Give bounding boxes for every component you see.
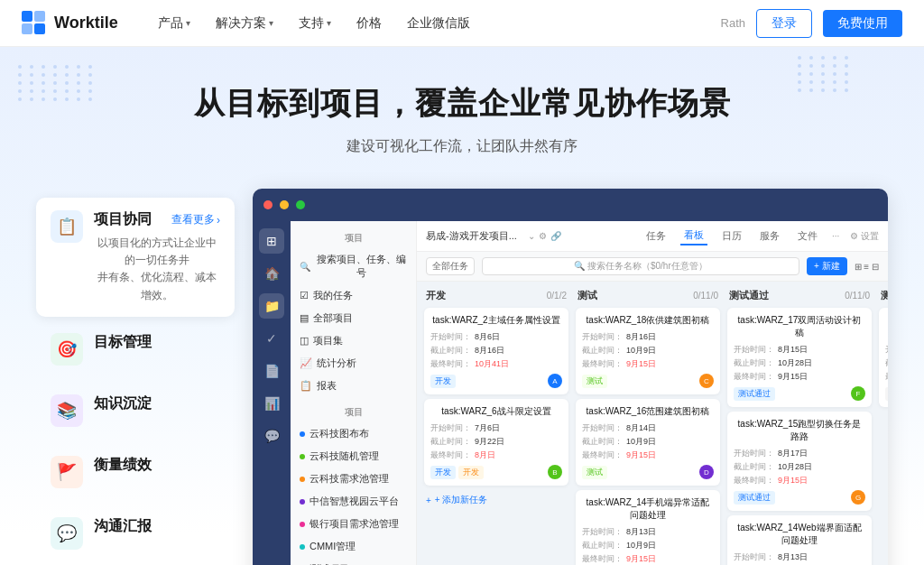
window-close-dot	[263, 200, 273, 209]
feature-report[interactable]: 💬 沟通汇报	[36, 505, 235, 562]
card-title: task:WARZ_13海量显示任务显路	[885, 314, 888, 339]
kanban-col-dev: 开发 0/1/2 task:WARZ_2主域任务属性设置 开始时间： 8月6日	[424, 289, 568, 565]
card-avatars: G	[851, 490, 865, 505]
breadcrumb: 易成-游戏开发项目...	[426, 229, 517, 243]
kanban-card[interactable]: task:WARZ_14手机端异常适配问题处理 开始时间： 8月13日 截止时间…	[576, 490, 720, 565]
report-icon: 📋	[300, 380, 312, 392]
app-main: 易成-游戏开发项目... ⌄ ⚙ 🔗 任务 看板 日历 服务 文件	[417, 221, 888, 565]
col-count-test: 0/11/0	[693, 291, 718, 301]
search-icon: 🔍	[300, 262, 310, 272]
knowledge-icon: 📚	[51, 394, 83, 427]
card-title: task:WARZ_14手机端异常适配问题处理	[582, 496, 714, 522]
sidebar-item-proj5[interactable]: 银行项目需求池管理	[291, 513, 416, 535]
sidebar-item-analysis[interactable]: 📈 统计分析	[291, 352, 416, 375]
nav-msg-icon[interactable]: 💬	[259, 423, 284, 449]
add-kanban-column-button[interactable]: + 新建	[807, 257, 847, 275]
kanban-filter-dropdown[interactable]: 全部任务	[426, 257, 475, 275]
kanban-card[interactable]: task:WARZ_6战斗限定设置 开始时间： 7月6日 截止时间： 9月22日	[424, 399, 568, 486]
report-icon: 💬	[51, 517, 83, 550]
col-title-test: 测试	[578, 289, 597, 302]
logo-text: Worktile	[54, 14, 118, 32]
col-count-dev: 0/1/2	[547, 291, 567, 301]
free-trial-button[interactable]: 免费使用	[823, 10, 902, 37]
nav-wechat[interactable]: 企业微信版	[396, 10, 481, 37]
sidebar-item-proj7[interactable]: 测试项目	[291, 558, 416, 565]
settings-icon[interactable]: ⚙ 设置	[850, 230, 879, 243]
kanban-view-toggle[interactable]: ⊞ ≡ ⊟	[855, 262, 879, 272]
nav-project-icon[interactable]: 📁	[259, 293, 284, 319]
window-maximize-dot	[296, 200, 305, 209]
kanban-search-input[interactable]: 🔍 搜索任务名称（$0/hr任意管）	[482, 257, 799, 275]
project-dot	[300, 477, 305, 482]
svg-rect-1	[34, 11, 45, 22]
card-title: task:WARZ_2主域任务属性设置	[430, 314, 562, 327]
feature-title-performance: 衡量绩效	[94, 456, 152, 475]
nav-home-icon[interactable]: 🏠	[259, 261, 284, 286]
tab-kanban[interactable]: 看板	[680, 227, 707, 245]
nav-support[interactable]: 支持 ▾	[288, 10, 342, 37]
svg-rect-3	[34, 23, 45, 34]
avatar: D	[699, 465, 714, 479]
tab-service[interactable]: 服务	[756, 227, 783, 245]
sidebar-item-projectset[interactable]: ◫ 项目集	[291, 329, 416, 352]
project-dot	[300, 499, 305, 505]
card-tag: 测试	[582, 375, 607, 388]
nav-price[interactable]: 价格	[346, 10, 393, 37]
card-title: task:WARZ_18依供建筑图初稿	[582, 314, 714, 327]
sidebar-item-proj4[interactable]: 中信智慧视园云平台	[291, 490, 416, 513]
sidebar-item-proj3[interactable]: 云科技需求池管理	[291, 468, 416, 490]
logo[interactable]: Worktile	[22, 11, 118, 36]
feature-title-report: 沟通汇报	[94, 517, 152, 536]
chevron-down-icon: ▾	[327, 18, 331, 28]
tab-file[interactable]: 文件	[794, 227, 821, 245]
card-avatars: C	[699, 374, 714, 388]
tab-task[interactable]: 任务	[642, 227, 670, 245]
nav-task-icon[interactable]: ✓	[259, 326, 284, 351]
nav-report-icon[interactable]: 📊	[259, 391, 284, 416]
decorative-dots-left: (function(){ var c = document.currentScr…	[18, 65, 96, 101]
card-title: task:WARZ_14Web端界面适配问题处理	[734, 522, 865, 547]
kanban-card[interactable]: task:WARZ_17双周活动设计初稿 开始时间： 8月15日 截止时间： 1…	[727, 308, 872, 407]
sidebar-item-mytask2[interactable]: ☑ 我的任务	[291, 284, 416, 307]
card-avatars: F	[851, 386, 865, 401]
card-avatars: D	[699, 465, 714, 479]
sidebar-item-mytask[interactable]: 🔍 搜索项目、任务、编号	[291, 248, 416, 284]
sidebar-item-proj2[interactable]: 云科技随机管理	[291, 445, 416, 468]
feature-performance[interactable]: 🚩 衡量绩效	[36, 443, 235, 501]
nav-doc-icon[interactable]: 📄	[259, 358, 284, 384]
feature-title-project: 项目协同	[94, 210, 152, 229]
nav-product[interactable]: 产品 ▾	[147, 10, 201, 37]
sidebar-mytask-label: 项目	[291, 228, 416, 248]
login-button[interactable]: 登录	[756, 9, 812, 38]
kanban-card[interactable]: task:WARZ_15跑型切换任务是路路 开始时间： 8月17日 截止时间： …	[727, 412, 872, 511]
kanban-toolbar: 全部任务 🔍 搜索任务名称（$0/hr任意管） + 新建 ⊞ ≡ ⊟	[417, 252, 888, 282]
sidebar-item-allproject[interactable]: ▤ 全部项目	[291, 307, 416, 329]
feature-link-project[interactable]: 查看更多 ›	[171, 212, 220, 227]
sidebar-item-proj6[interactable]: CMMI管理	[291, 535, 416, 558]
sidebar-item-proj1[interactable]: 云科技图布布	[291, 422, 416, 445]
nav-menu: 产品 ▾ 解决方案 ▾ 支持 ▾ 价格 企业微信版	[147, 10, 721, 37]
kanban-card[interactable]: task:WARZ_16范围建筑图初稿 开始时间： 8月14日 截止时间： 10…	[576, 399, 720, 486]
svg-rect-0	[22, 11, 32, 22]
project-dot	[300, 454, 305, 459]
kanban-card[interactable]: task:WARZ_18依供建筑图初稿 开始时间： 8月16日 截止时间： 10…	[576, 308, 720, 394]
nav-workspace-icon[interactable]: ⊞	[259, 228, 284, 254]
kanban-card[interactable]: task:WARZ_14Web端界面适配问题处理 开始时间： 8月13日 截止时…	[727, 515, 872, 565]
tab-calendar[interactable]: 日历	[718, 227, 745, 245]
feature-knowledge[interactable]: 📚 知识沉淀	[36, 382, 235, 440]
kanban-col-passed: 测试通过 0/11/0 task:WARZ_17双周活动设计初稿 开始时间： 8…	[727, 289, 872, 565]
hero-content: 📋 项目协同 查看更多 › 以项目化的方式让企业中的一切任务井井有条、优化流程、…	[0, 189, 924, 565]
more-tabs-icon[interactable]: ···	[832, 231, 839, 241]
feature-goal[interactable]: 🎯 目标管理	[36, 320, 235, 378]
feature-project[interactable]: 📋 项目协同 查看更多 › 以项目化的方式让企业中的一切任务井井有条、优化流程、…	[36, 198, 235, 317]
kanban-card[interactable]: task:WARZ_13海量显示任务显路 开始时间： 8月15日 截止时间： 9…	[879, 308, 888, 407]
kanban-card[interactable]: task:WARZ_2主域任务属性设置 开始时间： 8月6日 截止时间： 8月1…	[424, 308, 568, 394]
col-title-dev: 开发	[426, 289, 446, 302]
sidebar-item-report[interactable]: 📋 报表	[291, 375, 416, 397]
chevron-down-icon: ▾	[186, 18, 190, 28]
navbar-right: Rath 登录 免费使用	[721, 9, 902, 38]
add-task-button[interactable]: + + 添加新任务	[424, 490, 568, 510]
nav-solution[interactable]: 解决方案 ▾	[205, 10, 284, 37]
svg-rect-2	[22, 23, 32, 34]
card-tag: 测试	[582, 466, 607, 479]
